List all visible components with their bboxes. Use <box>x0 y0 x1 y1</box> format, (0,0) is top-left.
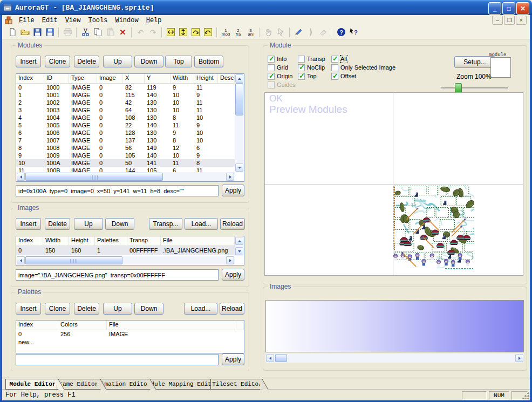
table-row[interactable]: 0256IMAGE <box>16 330 244 338</box>
modules-table[interactable]: IndexIDTypeImageXYWidthHeightDesc01000IM… <box>16 73 244 182</box>
checkbox-transp[interactable]: Transp <box>298 55 325 63</box>
modules-up-button[interactable]: Up <box>103 56 132 67</box>
setup-button[interactable]: Setup... <box>454 56 495 68</box>
sprite-sheet-image[interactable] <box>393 185 474 270</box>
table-row[interactable]: 71007IMAGE0137130810 <box>16 137 235 144</box>
table-hscrollbar[interactable] <box>16 172 235 181</box>
tab-module-editor[interactable]: Module Editor <box>5 379 58 390</box>
image-strip-preview[interactable] <box>265 300 524 352</box>
table-row[interactable]: 91009IMAGE0105140109 <box>16 152 235 159</box>
images-table[interactable]: IndexWidthHeightPalettesTranspFile015016… <box>16 236 244 265</box>
checkbox-box[interactable] <box>268 64 275 71</box>
column-header[interactable]: File <box>107 321 236 330</box>
images-load-button[interactable]: Load... <box>185 218 218 230</box>
checkbox-grid[interactable]: Grid <box>268 64 288 71</box>
checkbox-box[interactable] <box>268 56 275 63</box>
scroll-up-button[interactable] <box>235 237 243 245</box>
checkbox-box[interactable] <box>331 73 338 80</box>
checkbox-box[interactable] <box>268 73 275 80</box>
images-reload-button[interactable]: Reload <box>220 218 245 230</box>
print-button[interactable] <box>62 26 74 38</box>
checkbox-noclip[interactable]: NoClip <box>298 64 325 71</box>
column-header[interactable]: X <box>123 74 145 83</box>
images-up-button[interactable]: Up <box>74 218 103 230</box>
images-down-button[interactable]: Down <box>105 218 134 230</box>
modules-down-button[interactable]: Down <box>134 56 163 67</box>
palettes-insert-button[interactable]: Insert <box>16 303 41 315</box>
menu-window[interactable]: Window <box>111 16 142 25</box>
modules-delete-button[interactable]: Delete <box>74 56 99 67</box>
checkbox-box[interactable] <box>298 64 305 71</box>
palette-apply-button[interactable]: Apply <box>222 353 244 365</box>
column-header[interactable]: File <box>161 236 235 246</box>
copy-button[interactable] <box>92 26 104 38</box>
child-restore-button[interactable]: ❐ <box>504 16 515 25</box>
palettes-down-button[interactable]: Down <box>134 303 163 315</box>
menu-tools[interactable]: Tools <box>84 16 111 25</box>
checkbox-origin[interactable]: Origin <box>268 72 292 80</box>
table-row[interactable]: 41004IMAGE0108130810 <box>16 114 235 121</box>
open-button[interactable] <box>19 26 31 38</box>
module-edit-input[interactable] <box>16 185 219 196</box>
palette-edit-input[interactable] <box>16 354 219 365</box>
menu-help[interactable]: Help <box>142 16 166 25</box>
table-row[interactable]: 61006IMAGE0128130910 <box>16 129 235 137</box>
child-minimize-button[interactable]: – <box>492 16 503 25</box>
palettes-delete-button[interactable]: Delete <box>74 303 99 315</box>
rotate-cw-button[interactable] <box>189 26 202 38</box>
rotate-ccw-button[interactable] <box>202 26 214 38</box>
scroll-thumb[interactable] <box>25 256 122 264</box>
scroll-left-button[interactable] <box>17 256 25 264</box>
scroll-left-button[interactable] <box>17 173 25 181</box>
table-row[interactable]: 0150160100FFFFFF.\BA_JIANGCHENG.png <box>16 246 235 255</box>
resize-grip[interactable] <box>522 392 529 399</box>
column-header[interactable]: Transp <box>127 236 161 246</box>
child-close-button[interactable]: × <box>516 16 527 25</box>
checkbox-top[interactable]: Top <box>298 72 317 80</box>
save-button[interactable] <box>31 26 44 38</box>
module-preview-area[interactable]: OK Preview Modules <box>264 92 523 276</box>
hand-button[interactable] <box>262 26 275 38</box>
new-button[interactable] <box>6 26 19 38</box>
checkbox-box[interactable] <box>298 56 305 63</box>
undo-button[interactable]: ↶ <box>134 26 147 38</box>
delete-button[interactable]: ✕ <box>117 26 129 38</box>
modules-top-button[interactable]: Top <box>165 56 192 67</box>
table-hscrollbar[interactable] <box>16 256 235 265</box>
images-transp-button[interactable]: Transp... <box>149 218 182 230</box>
column-header[interactable]: Index <box>16 321 58 330</box>
column-header[interactable]: Height <box>194 74 218 83</box>
column-header[interactable]: Image <box>97 74 123 83</box>
table-row[interactable]: new... <box>16 338 244 346</box>
modules-insert-button[interactable]: Insert <box>16 56 41 67</box>
eraser-button[interactable] <box>317 26 330 38</box>
palettes-reload-button[interactable]: Reload <box>220 303 244 315</box>
modules-bottom-button[interactable]: Bottom <box>194 56 223 67</box>
checkbox-all[interactable]: All <box>331 55 347 63</box>
table-row[interactable]: 21002IMAGE0421301011 <box>16 99 235 106</box>
scroll-right-button[interactable] <box>515 354 523 362</box>
image-strip-scrollbar[interactable] <box>265 353 524 363</box>
image-edit-input[interactable] <box>16 269 219 281</box>
module-apply-button[interactable]: Apply <box>222 185 244 196</box>
palettes-up-button[interactable]: Up <box>103 303 132 315</box>
table-row[interactable]: 81008IMAGE056149126 <box>16 144 235 152</box>
scroll-up-button[interactable] <box>235 74 243 83</box>
pen-button[interactable] <box>305 26 317 38</box>
column-header[interactable]: Width <box>43 236 69 246</box>
image-apply-button[interactable]: Apply <box>222 269 244 281</box>
scroll-right-button[interactable] <box>226 173 234 181</box>
column-header[interactable]: Index <box>16 236 43 246</box>
checkbox-box[interactable] <box>331 56 338 63</box>
table-vscrollbar[interactable] <box>235 74 244 172</box>
column-header[interactable]: Y <box>145 74 170 83</box>
scroll-down-button[interactable] <box>235 247 243 255</box>
menu-view[interactable]: View <box>62 16 85 25</box>
checkbox-box[interactable] <box>268 81 275 88</box>
modules-clone-button[interactable]: Clone <box>45 56 70 67</box>
scroll-right-button[interactable] <box>226 256 234 264</box>
palettes-clone-button[interactable]: Clone <box>45 303 70 315</box>
mod-button[interactable]: 1mod <box>220 26 232 38</box>
maximize-button[interactable]: □ <box>502 2 515 15</box>
column-header[interactable]: Desc <box>218 74 235 83</box>
